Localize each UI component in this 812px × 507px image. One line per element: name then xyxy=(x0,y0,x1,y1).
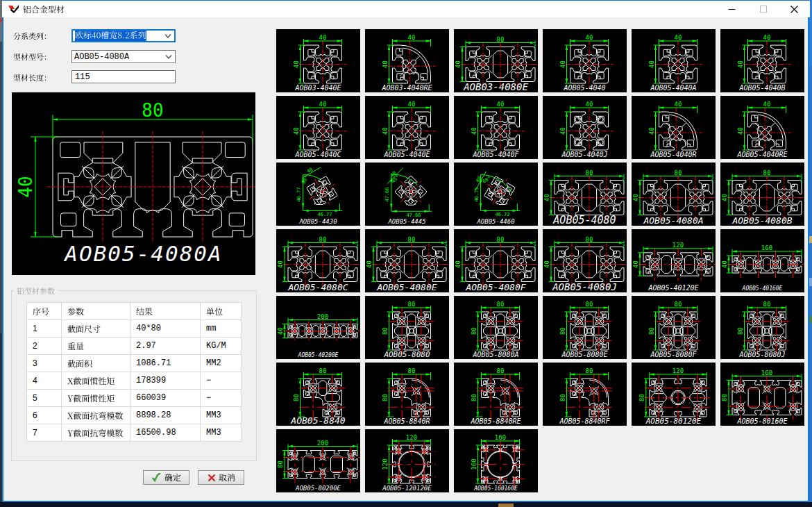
profile-tile[interactable]: 8080AOB05-8080A xyxy=(454,296,538,359)
cancel-button[interactable] xyxy=(198,470,244,485)
close-icon xyxy=(790,6,798,13)
profile-tile[interactable]: 160160AOB05-160160E xyxy=(454,429,538,492)
svg-text:40: 40 xyxy=(306,167,314,174)
svg-text:40: 40 xyxy=(559,127,566,135)
profile-tile[interactable]: 8080AOB05-8840RF xyxy=(543,363,627,426)
param-index: 7 xyxy=(27,424,62,442)
svg-text:40: 40 xyxy=(277,327,284,335)
svg-text:80: 80 xyxy=(559,327,566,335)
profile-tile[interactable]: 8080AOB05-8840 xyxy=(276,363,360,426)
svg-text:AOB05-40160E: AOB05-40160E xyxy=(742,285,783,292)
profile-tile[interactable]: 8040AOB05-4080E xyxy=(365,229,449,292)
profile-tile[interactable]: 4040AOB03-4040E xyxy=(276,29,360,92)
profile-drawing: 12040AOB05-40120E xyxy=(632,229,716,292)
profile-tile[interactable]: 12040AOB05-40120E xyxy=(632,229,716,292)
param-unit: MM3 xyxy=(201,407,242,424)
series-combobox[interactable] xyxy=(71,29,176,42)
profile-drawing: 20080AOB05-80200E xyxy=(276,429,360,492)
profile-tile[interactable]: 4040AOB05-4040RE xyxy=(720,96,804,159)
svg-text:AOB05-8080: AOB05-8080 xyxy=(383,350,430,359)
profile-drawing: 8080AOB05-8840 xyxy=(276,363,360,426)
profile-drawing: 4040AOB05-4040A xyxy=(632,29,716,92)
length-input[interactable] xyxy=(71,70,176,83)
param-value: 2.97 xyxy=(130,338,201,355)
param-row[interactable]: 5660039− xyxy=(27,390,242,407)
model-combobox[interactable]: AOB05-4080A xyxy=(71,50,176,63)
profile-tile[interactable]: 46.7546.724060°AOB05-4460 xyxy=(454,163,538,226)
profile-drawing: 4040AOB05-4040J xyxy=(543,96,627,159)
profile-tile[interactable]: 20040AOB05-40200E xyxy=(276,296,360,359)
title-bar xyxy=(2,1,807,17)
profile-tile[interactable]: 4040AOB05-4040R xyxy=(632,96,716,159)
profile-tile[interactable]: 8040AOB05-4080A xyxy=(632,163,716,226)
svg-text:80: 80 xyxy=(497,36,505,43)
param-row[interactable]: 68898.28MM3 xyxy=(27,407,242,424)
chevron-down-icon[interactable] xyxy=(165,54,172,60)
profile-tile[interactable]: 12080AOB05-80120E xyxy=(632,363,716,426)
ok-button[interactable] xyxy=(143,470,189,485)
profile-tile[interactable]: 46.7746.774030°AOB05-4430 xyxy=(276,163,360,226)
profile-tile[interactable]: 8040AOB05-4080F xyxy=(454,229,538,292)
profile-tile[interactable]: 16080AOB05-80160E xyxy=(720,363,804,426)
profile-tile[interactable]: 8080AOB05-8080J xyxy=(720,296,804,359)
minimize-icon xyxy=(728,6,736,13)
profile-tile[interactable]: 20080AOB05-80200E xyxy=(276,429,360,492)
profile-tile[interactable]: 4040AOB05-4040B xyxy=(720,29,804,92)
param-row[interactable]: 716500.98MM3 xyxy=(27,424,242,442)
model-label xyxy=(13,52,51,60)
svg-text:AOB05-8080J: AOB05-8080J xyxy=(738,351,785,358)
profile-tile[interactable]: 8040AOB03-4080E xyxy=(454,29,538,92)
param-row[interactable]: 140*80mm xyxy=(27,320,242,338)
profile-tile[interactable]: 8080AOB05-8840RE xyxy=(454,363,538,426)
profile-tile[interactable]: 4040AOB05-4040C xyxy=(276,96,360,159)
profile-tile[interactable]: 8040AOB05-4080 xyxy=(543,163,627,226)
param-name xyxy=(62,372,130,390)
svg-text:80: 80 xyxy=(293,394,300,401)
profile-drawing: 46.7546.724060°AOB05-4460 xyxy=(454,163,538,226)
svg-text:40: 40 xyxy=(382,127,389,135)
profile-drawing: 8080AOB05-8840RF xyxy=(543,363,627,426)
svg-text:120: 120 xyxy=(382,458,389,469)
svg-text:AOB05-8080F: AOB05-8080F xyxy=(650,351,697,358)
minimize-button[interactable] xyxy=(716,1,747,17)
profile-tile[interactable]: 4040AOB05-4040A xyxy=(632,29,716,92)
profile-tile[interactable]: 8040AOB05-4080C xyxy=(276,229,360,292)
parameters-header-row xyxy=(27,303,242,320)
svg-text:80: 80 xyxy=(586,367,593,374)
profile-tile[interactable]: 4040AOB05-4040E xyxy=(365,96,449,159)
profile-tile[interactable]: 8080AOB05-8080F xyxy=(632,296,716,359)
svg-text:80: 80 xyxy=(319,236,327,243)
profile-drawing: 8040AOB05-4080C xyxy=(276,229,360,292)
profile-tile[interactable]: 8080AOB05-8840R xyxy=(365,363,449,426)
profile-drawing: 4040AOB05-4040RE xyxy=(720,96,804,159)
svg-text:AOB05-8840: AOB05-8840 xyxy=(290,415,345,426)
profile-tile[interactable]: 8040AOB05-4080J xyxy=(543,229,627,292)
profile-tile[interactable]: 8080AOB05-8080 xyxy=(365,296,449,359)
svg-text:AOB05-4040E: AOB05-4040E xyxy=(383,151,430,158)
background-speck xyxy=(809,316,812,323)
svg-text:AOB05-8080E: AOB05-8080E xyxy=(561,351,607,358)
param-row[interactable]: 4178399− xyxy=(27,372,242,390)
profile-tile[interactable]: 4040AOB03-4040RE xyxy=(365,29,449,92)
profile-tile[interactable]: 4040AOB05-4040 xyxy=(543,29,627,92)
chevron-down-icon[interactable] xyxy=(164,33,171,39)
profile-tile[interactable]: 47.6647.664045°AOB05-4445 xyxy=(365,163,449,226)
param-row[interactable]: 31086.71MM2 xyxy=(27,355,242,372)
profile-drawing: 47.6647.664045°AOB05-4445 xyxy=(365,163,449,226)
param-unit: − xyxy=(201,390,242,407)
profile-tile[interactable]: 4040AOB05-4040F xyxy=(454,96,538,159)
svg-text:40: 40 xyxy=(648,60,655,68)
svg-text:AOB05-4080B: AOB05-4080B xyxy=(731,215,792,226)
param-row[interactable]: 22.97KG/M xyxy=(27,338,242,355)
close-button[interactable] xyxy=(778,1,810,17)
profile-tile[interactable]: 16040AOB05-40160E xyxy=(720,229,804,292)
profile-tile[interactable]: 8080AOB05-8080E xyxy=(543,296,627,359)
length-label xyxy=(13,73,51,81)
param-value: 40*80 xyxy=(130,320,201,338)
profile-drawing: 8040AOB05-4080A xyxy=(632,163,716,226)
svg-text:AOB05-40120E: AOB05-40120E xyxy=(648,284,698,292)
maximize-button[interactable] xyxy=(747,1,779,17)
profile-tile[interactable]: 120120AOB05-120120E xyxy=(365,429,449,492)
profile-tile[interactable]: 8040AOB05-4080B xyxy=(720,163,804,226)
profile-tile[interactable]: 4040AOB05-4040J xyxy=(543,96,627,159)
